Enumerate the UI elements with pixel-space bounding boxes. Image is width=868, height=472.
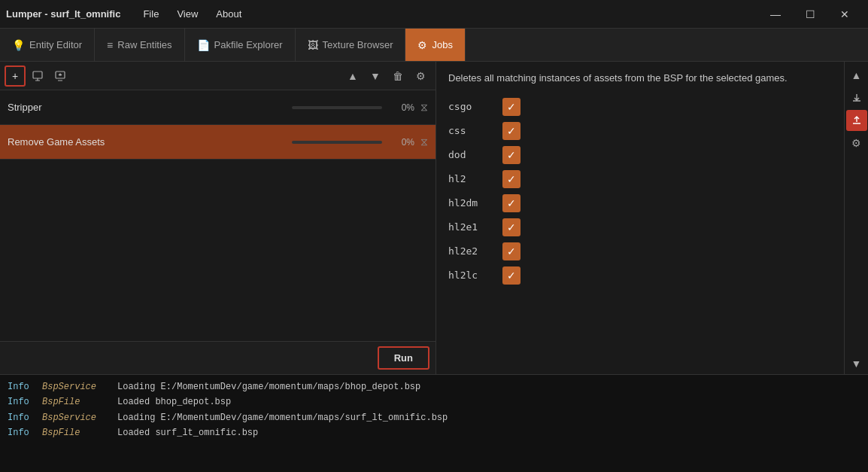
job-settings-button[interactable]: ⚙ bbox=[410, 65, 431, 87]
job-status-icon: ⧖ bbox=[420, 101, 428, 114]
log-line: Info BspService Loading E:/MomentumDev/g… bbox=[8, 410, 860, 425]
run-button[interactable]: Run bbox=[378, 346, 429, 370]
sidebar-gear-btn[interactable]: ⚙ bbox=[846, 132, 867, 154]
texture-browser-icon: 🖼 bbox=[308, 39, 318, 51]
tab-entity-editor[interactable]: 💡Entity Editor bbox=[0, 29, 95, 61]
scroll-up-btn[interactable]: ▲ bbox=[846, 65, 867, 86]
main-content: + ▲ ▼ 🗑 ⚙ Stripper 0% ⧖ Remove Game bbox=[0, 62, 868, 374]
upload-btn[interactable] bbox=[846, 110, 867, 131]
texture-browser-label: Texture Browser bbox=[323, 39, 393, 50]
game-label: hl2e1 bbox=[448, 221, 493, 233]
menu-file[interactable]: File bbox=[135, 5, 166, 23]
right-panel-wrapper: Deletes all matching instances of assets… bbox=[436, 62, 868, 374]
svg-rect-0 bbox=[33, 72, 42, 78]
tab-texture-browser[interactable]: 🖼Texture Browser bbox=[296, 29, 406, 61]
game-row: hl2lc ✓ bbox=[448, 266, 832, 285]
raw-entities-label: Raw Entities bbox=[117, 39, 171, 50]
jobs-toolbar: + ▲ ▼ 🗑 ⚙ bbox=[0, 62, 436, 90]
menu-view[interactable]: View bbox=[169, 5, 205, 23]
log-message: Loading E:/MomentumDev/game/momentum/map… bbox=[117, 379, 420, 394]
log-message: Loaded bhop_depot.bsp bbox=[117, 394, 231, 410]
game-row: css ✓ bbox=[448, 122, 832, 140]
tab-pakfile-explorer[interactable]: 📄Pakfile Explorer bbox=[185, 29, 296, 61]
game-row: hl2e1 ✓ bbox=[448, 218, 832, 236]
close-button[interactable]: ✕ bbox=[827, 3, 862, 26]
log-source: BspService bbox=[42, 410, 110, 425]
right-sidebar: ▲ ⚙ ▼ bbox=[844, 62, 868, 374]
pakfile-explorer-label: Pakfile Explorer bbox=[214, 39, 283, 50]
game-label: hl2 bbox=[448, 173, 493, 184]
game-row: hl2dm ✓ bbox=[448, 194, 832, 212]
game-row: csgo ✓ bbox=[448, 98, 832, 116]
log-level: Info bbox=[8, 410, 35, 425]
job-name: Stripper bbox=[8, 102, 286, 113]
add-job-button[interactable]: + bbox=[5, 65, 26, 87]
move-up-button[interactable]: ▲ bbox=[342, 65, 363, 87]
maximize-button[interactable]: ☐ bbox=[793, 3, 827, 26]
game-checkbox-hl2lc[interactable]: ✓ bbox=[502, 266, 520, 285]
game-label: hl2dm bbox=[448, 197, 493, 209]
log-source: BspFile bbox=[42, 425, 110, 440]
game-checkbox-dod[interactable]: ✓ bbox=[502, 146, 520, 164]
game-label: css bbox=[448, 125, 493, 136]
game-checkbox-hl2e1[interactable]: ✓ bbox=[502, 218, 520, 236]
tabs-bar: 💡Entity Editor≡Raw Entities📄Pakfile Expl… bbox=[0, 29, 868, 62]
job-progress-bar bbox=[292, 141, 382, 144]
game-label: dod bbox=[448, 149, 493, 160]
log-level: Info bbox=[8, 425, 35, 440]
job-percent: 0% bbox=[388, 137, 414, 148]
job-item[interactable]: Remove Game Assets 0% ⧖ bbox=[0, 125, 436, 160]
log-source: BspService bbox=[42, 379, 110, 394]
toolbar-right: ▲ ▼ 🗑 ⚙ bbox=[342, 65, 431, 87]
game-row: hl2e2 ✓ bbox=[448, 242, 832, 260]
panel-description: Deletes all matching instances of assets… bbox=[448, 71, 832, 86]
log-level: Info bbox=[8, 379, 35, 394]
job-item[interactable]: Stripper 0% ⧖ bbox=[0, 90, 436, 125]
log-area: Info BspService Loading E:/MomentumDev/g… bbox=[0, 374, 868, 472]
log-level: Info bbox=[8, 394, 35, 410]
game-label: hl2lc bbox=[448, 269, 493, 281]
download-btn[interactable] bbox=[846, 87, 867, 108]
right-panel: Deletes all matching instances of assets… bbox=[436, 62, 844, 374]
log-line: Info BspFile Loaded bhop_depot.bsp bbox=[8, 394, 860, 410]
move-down-button[interactable]: ▼ bbox=[365, 65, 386, 87]
scroll-down-btn[interactable]: ▼ bbox=[846, 353, 867, 374]
job-status-icon: ⧖ bbox=[420, 136, 428, 148]
log-message: Loaded surf_lt_omnific.bsp bbox=[117, 425, 258, 440]
job-list: Stripper 0% ⧖ Remove Game Assets 0% ⧖ bbox=[0, 90, 436, 341]
log-content: Info BspService Loading E:/MomentumDev/g… bbox=[0, 375, 868, 472]
log-line: Info BspService Loading E:/MomentumDev/g… bbox=[8, 379, 860, 394]
game-list: csgo ✓ css ✓ dod ✓ hl2 ✓ hl2dm ✓ hl2e1 ✓… bbox=[448, 98, 832, 285]
app-title: Lumper - surf_lt_omnific bbox=[6, 8, 120, 20]
minimize-button[interactable]: — bbox=[758, 3, 793, 26]
game-checkbox-hl2e2[interactable]: ✓ bbox=[502, 242, 520, 260]
log-message: Loading E:/MomentumDev/game/momentum/map… bbox=[117, 410, 448, 425]
game-checkbox-hl2[interactable]: ✓ bbox=[502, 170, 520, 188]
entity-editor-icon: 💡 bbox=[12, 39, 25, 51]
game-checkbox-hl2dm[interactable]: ✓ bbox=[502, 194, 520, 212]
jobs-icon: ⚙ bbox=[417, 39, 427, 51]
job-name: Remove Game Assets bbox=[8, 136, 286, 148]
game-checkbox-csgo[interactable]: ✓ bbox=[502, 98, 520, 116]
export-button[interactable] bbox=[50, 65, 71, 87]
delete-button[interactable]: 🗑 bbox=[387, 65, 408, 87]
game-label: csgo bbox=[448, 101, 493, 112]
left-panel: + ▲ ▼ 🗑 ⚙ Stripper 0% ⧖ Remove Game bbox=[0, 62, 436, 374]
menu-bar: File View About bbox=[135, 5, 758, 23]
game-label: hl2e2 bbox=[448, 245, 493, 257]
raw-entities-icon: ≡ bbox=[107, 39, 113, 51]
window-controls: — ☐ ✕ bbox=[758, 3, 862, 26]
entity-editor-label: Entity Editor bbox=[29, 39, 82, 50]
game-checkbox-css[interactable]: ✓ bbox=[502, 122, 520, 140]
log-line: Info BspFile Loaded surf_lt_omnific.bsp bbox=[8, 425, 860, 440]
run-area: Run bbox=[0, 341, 436, 374]
game-row: hl2 ✓ bbox=[448, 170, 832, 188]
job-percent: 0% bbox=[388, 102, 414, 113]
tab-raw-entities[interactable]: ≡Raw Entities bbox=[95, 29, 184, 61]
tab-jobs[interactable]: ⚙Jobs bbox=[405, 29, 465, 61]
import-button[interactable] bbox=[27, 65, 48, 87]
log-source: BspFile bbox=[42, 394, 110, 410]
job-progress-bar bbox=[292, 106, 382, 109]
jobs-label: Jobs bbox=[432, 39, 452, 50]
menu-about[interactable]: About bbox=[208, 5, 249, 23]
